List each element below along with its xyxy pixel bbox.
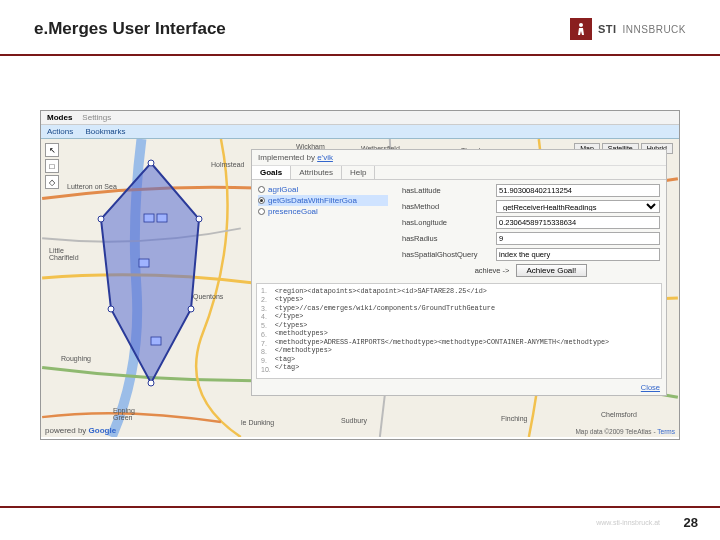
town-label: Roughing	[61, 355, 91, 362]
output-line: <methodtypes>	[275, 329, 657, 337]
tool-poly-icon[interactable]: ◇	[45, 175, 59, 189]
panel-tabs: Goals Attributes Help	[252, 166, 666, 180]
town-label: Quentons	[193, 293, 223, 300]
output-line: </types>	[275, 321, 657, 329]
output-line: <region><datapoints><datapoint><id>SAFTA…	[275, 287, 657, 295]
output-line: <types>	[275, 295, 657, 303]
selection-polygon[interactable]	[91, 159, 211, 389]
logo-org: INNSBRUCK	[623, 24, 686, 35]
radio-icon[interactable]	[258, 186, 265, 193]
settings-tab[interactable]: Settings	[82, 113, 111, 122]
implemented-by-link[interactable]: e'vik	[317, 153, 333, 162]
svg-rect-10	[157, 214, 167, 222]
panel-head: Implemented by e'vik	[252, 150, 666, 166]
output-line: </methodtypes>	[275, 346, 657, 354]
svg-point-4	[196, 216, 202, 222]
brand-logo: STI INNSBRUCK	[570, 18, 686, 40]
label-haslongitude: hasLongitude	[402, 218, 490, 227]
svg-rect-9	[144, 214, 154, 222]
goal-panel: Implemented by e'vik Goals Attributes He…	[251, 149, 667, 396]
town-label: Chelmsford	[601, 411, 637, 418]
town-label: Finching	[501, 415, 527, 422]
logo-icon	[570, 18, 592, 40]
menu-bar: Actions Bookmarks	[41, 125, 679, 139]
mode-bar: Modes Settings	[41, 111, 679, 125]
output-line: <type>//cas/emerges/wiki/components/Grou…	[275, 304, 657, 312]
tool-rect-icon[interactable]: □	[45, 159, 59, 173]
slide-number: 28	[684, 515, 698, 530]
map-canvas[interactable]: ↖ □ ◇ Map Satellite Hybrid Wickham Wethe…	[41, 139, 679, 437]
select-hasmethod[interactable]: getReceiverHealthReadings	[496, 200, 660, 213]
app-window: Modes Settings Actions Bookmarks	[40, 110, 680, 440]
line-numbers: 1.2.3.4.5.6.7.8.9.10.	[261, 287, 271, 375]
google-attribution: powered by Google	[45, 426, 116, 435]
input-hasradius[interactable]	[496, 232, 660, 245]
output-line: </tag>	[275, 363, 657, 371]
town-label: le Dunking	[241, 419, 274, 426]
label-hasmethod: hasMethod	[402, 202, 490, 211]
achieve-label: achieve ->	[475, 266, 510, 275]
svg-rect-12	[151, 337, 161, 345]
goal-item[interactable]: agriGoal	[258, 184, 388, 195]
label-haslatitude: hasLatitude	[402, 186, 490, 195]
output-console[interactable]: 1.2.3.4.5.6.7.8.9.10. <region><datapoint…	[256, 283, 662, 379]
achieve-goal-button[interactable]: Achieve Goal!	[516, 264, 588, 277]
menu-actions[interactable]: Actions	[47, 127, 73, 136]
logo-abbr: STI	[598, 23, 617, 35]
map-attribution: Map data ©2009 TeleAtlas - Terms	[575, 428, 675, 435]
input-hasspatialquery[interactable]	[496, 248, 660, 261]
town-label: Little Charlfield	[49, 247, 79, 261]
tab-help[interactable]: Help	[342, 166, 375, 179]
output-line: </type>	[275, 312, 657, 320]
town-label: Holmstead	[211, 161, 244, 168]
tool-arrow-icon[interactable]: ↖	[45, 143, 59, 157]
menu-bookmarks[interactable]: Bookmarks	[85, 127, 125, 136]
goal-form: hasLatitude hasMethodgetReceiverHealthRe…	[402, 184, 660, 277]
footer-url: www.sti-innsbruck.at	[596, 519, 660, 526]
output-line: <methodtype>ADRESS-AIRPORTS</methodtype>…	[275, 338, 657, 346]
radio-icon[interactable]	[258, 208, 265, 215]
goal-item[interactable]: presenceGoal	[258, 206, 388, 217]
svg-marker-2	[101, 163, 199, 383]
map-toolbox: ↖ □ ◇	[45, 143, 59, 189]
close-link[interactable]: Close	[252, 383, 666, 395]
svg-point-8	[98, 216, 104, 222]
input-haslatitude[interactable]	[496, 184, 660, 197]
goals-list: agriGoal getGisDataWithFilterGoa presenc…	[258, 184, 388, 277]
town-label: Sudbury	[341, 417, 367, 424]
svg-rect-11	[139, 259, 149, 267]
output-line: <tag>	[275, 355, 657, 363]
tab-goals[interactable]: Goals	[252, 166, 291, 179]
svg-point-0	[579, 23, 583, 27]
goal-item[interactable]: getGisDataWithFilterGoa	[258, 195, 388, 206]
town-label: Epping Green	[113, 407, 135, 421]
label-hasspatialquery: hasSpatialGhostQuery	[402, 250, 490, 259]
town-label: Lutteron on Sea	[67, 183, 117, 190]
label-hasradius: hasRadius	[402, 234, 490, 243]
terms-link[interactable]: Terms	[657, 428, 675, 435]
svg-point-6	[148, 380, 154, 386]
svg-point-7	[108, 306, 114, 312]
modes-tab[interactable]: Modes	[47, 113, 72, 122]
svg-point-3	[148, 160, 154, 166]
slide-title: e.Merges User Interface	[34, 19, 226, 39]
input-haslongitude[interactable]	[496, 216, 660, 229]
radio-icon[interactable]	[258, 197, 265, 204]
svg-point-5	[188, 306, 194, 312]
tab-attributes[interactable]: Attributes	[291, 166, 342, 179]
